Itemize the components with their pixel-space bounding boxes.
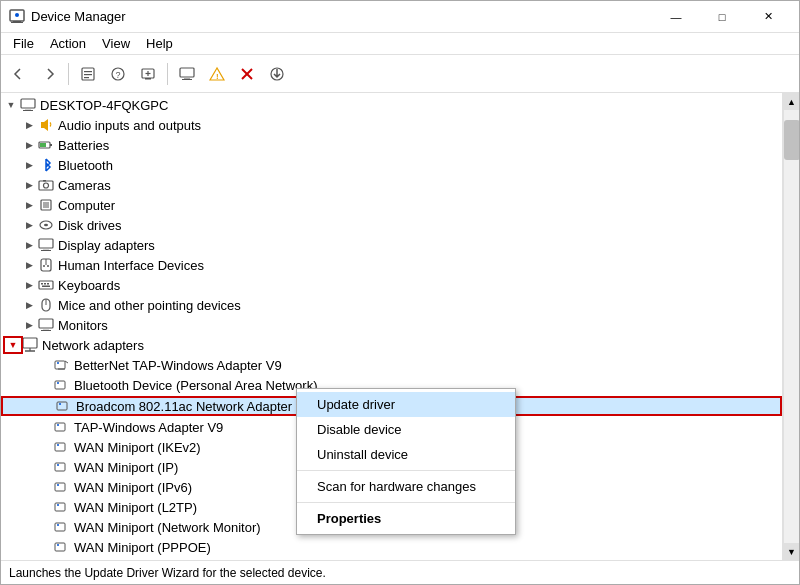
tree-display[interactable]: ▶ Display adapters — [1, 235, 782, 255]
wan-pptp-label: WAN Miniport (PPTP) — [74, 560, 200, 561]
scroll-thumb[interactable] — [784, 120, 800, 160]
no-expand-6 — [37, 457, 53, 477]
tap-icon — [53, 418, 71, 436]
expand-mice-icon[interactable]: ▶ — [21, 295, 37, 315]
menu-action[interactable]: Action — [42, 34, 94, 53]
tree-disk[interactable]: ▶ Disk drives — [1, 215, 782, 235]
toolbar-help[interactable]: ? — [104, 60, 132, 88]
ctx-scan-hardware[interactable]: Scan for hardware changes — [297, 474, 515, 499]
cameras-label: Cameras — [58, 178, 111, 193]
tree-monitors[interactable]: ▶ Monitors — [1, 315, 782, 335]
hid-label: Human Interface Devices — [58, 258, 204, 273]
menu-help[interactable]: Help — [138, 34, 181, 53]
menu-view[interactable]: View — [94, 34, 138, 53]
wan2-icon — [53, 458, 71, 476]
menu-bar: File Action View Help — [1, 33, 799, 55]
window-controls: — □ ✕ — [653, 1, 791, 33]
ctx-sep2 — [297, 502, 515, 503]
broadcom-icon — [55, 397, 73, 415]
svg-rect-49 — [39, 319, 53, 328]
svg-rect-51 — [41, 330, 51, 331]
scroll-track[interactable] — [784, 110, 800, 543]
svg-point-76 — [57, 544, 59, 546]
expand-hid-icon[interactable]: ▶ — [21, 255, 37, 275]
expand-cameras-icon[interactable]: ▶ — [21, 175, 37, 195]
svg-rect-75 — [55, 543, 65, 551]
scroll-down-btn[interactable]: ▼ — [784, 543, 800, 560]
tree-mice[interactable]: ▶ Mice and other pointing devices — [1, 295, 782, 315]
expand-root-icon[interactable]: ▼ — [3, 95, 19, 115]
maximize-button[interactable]: □ — [699, 1, 745, 33]
svg-point-72 — [57, 504, 59, 506]
svg-point-68 — [57, 464, 59, 466]
cpu-icon — [37, 196, 55, 214]
tree-batteries[interactable]: ▶ Batteries — [1, 135, 782, 155]
no-expand-3 — [39, 396, 55, 416]
scroll-up-btn[interactable]: ▲ — [784, 93, 800, 110]
tree-wan-pppoe[interactable]: WAN Miniport (PPPOE) — [1, 537, 782, 557]
menu-file[interactable]: File — [5, 34, 42, 53]
tree-audio[interactable]: ▶ Audio inputs and outputs — [1, 115, 782, 135]
tree-root[interactable]: ▼ DESKTOP-4FQKGPC — [1, 95, 782, 115]
wan5-icon — [53, 518, 71, 536]
svg-rect-52 — [23, 338, 37, 348]
svg-point-58 — [57, 362, 59, 364]
expand-batteries-icon[interactable]: ▶ — [21, 135, 37, 155]
toolbar-remove[interactable] — [233, 60, 261, 88]
expand-keyboards-icon[interactable]: ▶ — [21, 275, 37, 295]
ctx-properties[interactable]: Properties — [297, 506, 515, 531]
svg-rect-6 — [84, 74, 92, 75]
ctx-disable-device[interactable]: Disable device — [297, 417, 515, 442]
wan4-icon — [53, 498, 71, 516]
tree-computer[interactable]: ▶ Computer — [1, 195, 782, 215]
expand-audio-icon[interactable]: ▶ — [21, 115, 37, 135]
mouse-icon — [37, 296, 55, 314]
no-expand-7 — [37, 477, 53, 497]
tree-cameras[interactable]: ▶ Cameras — [1, 175, 782, 195]
toolbar-computer[interactable] — [173, 60, 201, 88]
device-tree[interactable]: ▼ DESKTOP-4FQKGPC ▶ — [1, 93, 783, 560]
close-button[interactable]: ✕ — [745, 1, 791, 33]
expand-computer-icon[interactable]: ▶ — [21, 195, 37, 215]
svg-rect-27 — [40, 143, 46, 147]
scrollbar[interactable]: ▲ ▼ — [783, 93, 799, 560]
display-icon — [37, 236, 55, 254]
tree-bluetooth[interactable]: ▶ Bluetooth — [1, 155, 782, 175]
toolbar-back[interactable] — [5, 60, 33, 88]
toolbar-properties[interactable] — [74, 60, 102, 88]
no-expand-2 — [37, 375, 53, 395]
no-expand-9 — [37, 517, 53, 537]
toolbar-update[interactable] — [263, 60, 291, 88]
minimize-button[interactable]: — — [653, 1, 699, 33]
no-expand-4 — [37, 417, 53, 437]
status-text: Launches the Update Driver Wizard for th… — [9, 566, 326, 580]
expand-bluetooth-icon[interactable]: ▶ — [21, 155, 37, 175]
svg-rect-73 — [55, 523, 65, 531]
tree-hid[interactable]: ▶ Human Interface Devices — [1, 255, 782, 275]
network-label: Network adapters — [42, 338, 144, 353]
tree-betternet[interactable]: BetterNet TAP-Windows Adapter V9 — [1, 355, 782, 375]
ctx-uninstall-device[interactable]: Uninstall device — [297, 442, 515, 467]
netdev1-icon — [53, 356, 71, 374]
tree-keyboards[interactable]: ▶ Keyboards — [1, 275, 782, 295]
tree-network[interactable]: ▼ Network adapters — [1, 335, 782, 355]
expand-network-icon[interactable]: ▼ — [5, 335, 21, 355]
hid-icon — [37, 256, 55, 274]
keyboard-icon — [37, 276, 55, 294]
btdev-icon — [53, 376, 71, 394]
root-label: DESKTOP-4FQKGPC — [40, 98, 168, 113]
tree-wan-pptp[interactable]: WAN Miniport (PPTP) — [1, 557, 782, 560]
expand-disk-icon[interactable]: ▶ — [21, 215, 37, 235]
ctx-update-driver[interactable]: Update driver — [297, 392, 515, 417]
toolbar-scan[interactable] — [134, 60, 162, 88]
svg-rect-7 — [84, 77, 89, 78]
monitors-label: Monitors — [58, 318, 108, 333]
expand-display-icon[interactable]: ▶ — [21, 235, 37, 255]
toolbar-forward[interactable] — [35, 60, 63, 88]
svg-point-40 — [43, 265, 45, 267]
toolbar-warning[interactable]: ! — [203, 60, 231, 88]
expand-monitors-icon[interactable]: ▶ — [21, 315, 37, 335]
svg-rect-21 — [21, 99, 35, 108]
svg-rect-44 — [44, 283, 46, 285]
no-expand-10 — [37, 537, 53, 557]
